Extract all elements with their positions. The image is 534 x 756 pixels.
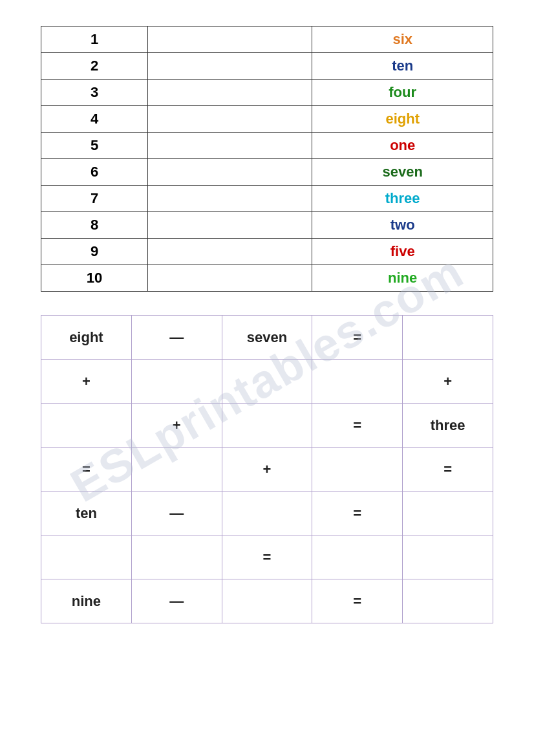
puzzle-cell xyxy=(131,448,222,491)
blank-cell xyxy=(148,239,312,265)
puzzle-cell xyxy=(222,491,312,535)
puzzle-cell xyxy=(312,535,403,579)
number-cell: 2 xyxy=(41,53,148,80)
number-cell: 6 xyxy=(41,159,148,186)
number-cell: 4 xyxy=(41,106,148,133)
puzzle-cell: + xyxy=(403,360,493,404)
word-cell: three xyxy=(312,186,493,212)
word-cell: two xyxy=(312,212,493,239)
puzzle-cell xyxy=(312,360,403,404)
puzzle-cell: + xyxy=(222,448,312,491)
puzzle-cell: eight xyxy=(41,316,132,360)
word-cell: nine xyxy=(312,265,493,292)
puzzle-cell xyxy=(131,535,222,579)
number-cell: 1 xyxy=(41,27,148,53)
puzzle-cell: — xyxy=(131,491,222,535)
word-cell: five xyxy=(312,239,493,265)
puzzle-cell: + xyxy=(131,404,222,448)
puzzle-cell: + xyxy=(41,360,132,404)
puzzle-cell xyxy=(222,360,312,404)
puzzle-cell: — xyxy=(131,579,222,623)
puzzle-cell xyxy=(222,579,312,623)
blank-cell xyxy=(148,106,312,133)
blank-cell xyxy=(148,80,312,106)
puzzle-cell: — xyxy=(131,316,222,360)
puzzle-cell xyxy=(403,316,493,360)
puzzle-cell xyxy=(312,448,403,491)
puzzle-cell xyxy=(222,404,312,448)
puzzle-cell: three xyxy=(403,404,493,448)
word-cell: eight xyxy=(312,106,493,133)
puzzle-cell xyxy=(41,404,132,448)
blank-cell xyxy=(148,27,312,53)
math-puzzle-table: eight—seven=+++=three=+=ten—==nine—= xyxy=(41,315,493,623)
number-cell: 8 xyxy=(41,212,148,239)
blank-cell xyxy=(148,133,312,159)
puzzle-cell: nine xyxy=(41,579,132,623)
number-cell: 3 xyxy=(41,80,148,106)
number-cell: 5 xyxy=(41,133,148,159)
puzzle-cell xyxy=(41,535,132,579)
word-cell: ten xyxy=(312,53,493,80)
blank-cell xyxy=(148,53,312,80)
puzzle-cell: = xyxy=(41,448,132,491)
number-cell: 10 xyxy=(41,265,148,292)
puzzle-cell xyxy=(131,360,222,404)
word-cell: seven xyxy=(312,159,493,186)
word-cell: one xyxy=(312,133,493,159)
blank-cell xyxy=(148,212,312,239)
puzzle-cell: seven xyxy=(222,316,312,360)
blank-cell xyxy=(148,159,312,186)
puzzle-cell xyxy=(403,491,493,535)
number-cell: 9 xyxy=(41,239,148,265)
blank-cell xyxy=(148,265,312,292)
puzzle-cell: = xyxy=(312,316,403,360)
puzzle-cell: = xyxy=(403,448,493,491)
puzzle-cell: ten xyxy=(41,491,132,535)
word-cell: four xyxy=(312,80,493,106)
puzzle-cell: = xyxy=(222,535,312,579)
puzzle-cell: = xyxy=(312,404,403,448)
puzzle-cell xyxy=(403,535,493,579)
puzzle-cell: = xyxy=(312,579,403,623)
word-cell: six xyxy=(312,27,493,53)
puzzle-cell xyxy=(403,579,493,623)
puzzle-cell: = xyxy=(312,491,403,535)
number-cell: 7 xyxy=(41,186,148,212)
blank-cell xyxy=(148,186,312,212)
number-word-table: 1six2ten3four4eight5one6seven7three8two9… xyxy=(41,26,493,292)
